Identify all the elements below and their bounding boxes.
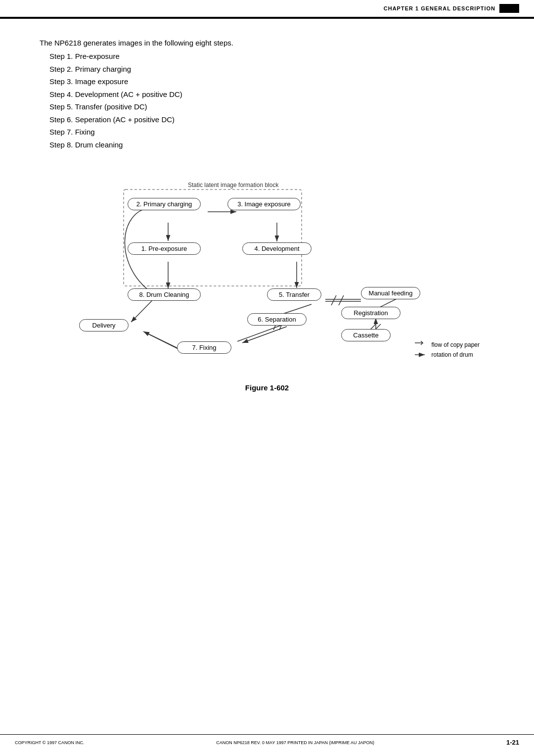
node-registration: Registration bbox=[341, 307, 400, 319]
node-delivery: Delivery bbox=[79, 319, 129, 331]
node-primary-charging: 2. Primary charging bbox=[128, 198, 201, 210]
main-content: The NP6218 generates images in the follo… bbox=[0, 19, 534, 412]
chapter-title: CHAPTER 1 GENERAL DESCRIPTION bbox=[384, 5, 495, 11]
steps-list: Step 1. Pre-exposure Step 2. Primary cha… bbox=[49, 50, 494, 151]
node-pre-exposure: 1. Pre-exposure bbox=[128, 242, 201, 255]
step-4: Step 4. Development (AC + positive DC) bbox=[49, 88, 494, 101]
legend-paper-flow: flow of copy paper bbox=[415, 341, 480, 349]
page-header: CHAPTER 1 GENERAL DESCRIPTION bbox=[0, 0, 534, 19]
footer-left: COPYRIGHT © 1997 CANON INC. bbox=[15, 740, 85, 745]
node-manual-feeding: Manual feeding bbox=[361, 287, 420, 299]
svg-line-17 bbox=[237, 325, 282, 341]
step-1: Step 1. Pre-exposure bbox=[49, 50, 494, 63]
step-7: Step 7. Fixing bbox=[49, 126, 494, 139]
svg-line-16 bbox=[242, 327, 287, 343]
svg-line-21 bbox=[143, 331, 179, 349]
diagram-legend: flow of copy paper rotation of drum bbox=[415, 341, 480, 359]
dashed-box-label: Static latent image formation block bbox=[188, 182, 278, 189]
step-2: Step 2. Primary charging bbox=[49, 63, 494, 76]
step-8: Step 8. Drum cleaning bbox=[49, 139, 494, 151]
footer-center: CANON NP6218 REV. 0 MAY 1997 PRINTED IN … bbox=[216, 740, 374, 745]
node-drum-cleaning: 8. Drum Cleaning bbox=[128, 288, 201, 301]
svg-line-20 bbox=[282, 304, 312, 314]
legend-drum-rotation-label: rotation of drum bbox=[432, 351, 473, 358]
node-transfer: 5. Transfer bbox=[267, 288, 321, 301]
node-image-exposure: 3. Image exposure bbox=[227, 198, 301, 210]
legend-paper-flow-label: flow of copy paper bbox=[432, 341, 480, 348]
node-development: 4. Development bbox=[242, 242, 312, 255]
header-accent-block bbox=[499, 4, 519, 13]
step-5: Step 5. Transfer (positive DC) bbox=[49, 100, 494, 113]
figure-caption: Figure 1-602 bbox=[40, 383, 494, 392]
step-3: Step 3. Image exposure bbox=[49, 75, 494, 88]
node-fixing: 7. Fixing bbox=[177, 341, 231, 354]
node-separation: 6. Separation bbox=[247, 313, 307, 326]
page-footer: COPYRIGHT © 1997 CANON INC. CANON NP6218… bbox=[0, 734, 534, 746]
footer-right: 1-21 bbox=[506, 739, 519, 746]
step-6: Step 6. Seperation (AC + positive DC) bbox=[49, 113, 494, 126]
node-cassette: Cassette bbox=[341, 329, 391, 341]
svg-line-10 bbox=[331, 295, 336, 305]
svg-line-23 bbox=[131, 299, 153, 322]
legend-drum-rotation: rotation of drum bbox=[415, 351, 480, 359]
intro-paragraph: The NP6218 generates images in the follo… bbox=[40, 39, 494, 47]
svg-line-11 bbox=[339, 295, 344, 305]
diagram: Static latent image formation block 2. P… bbox=[54, 166, 480, 374]
